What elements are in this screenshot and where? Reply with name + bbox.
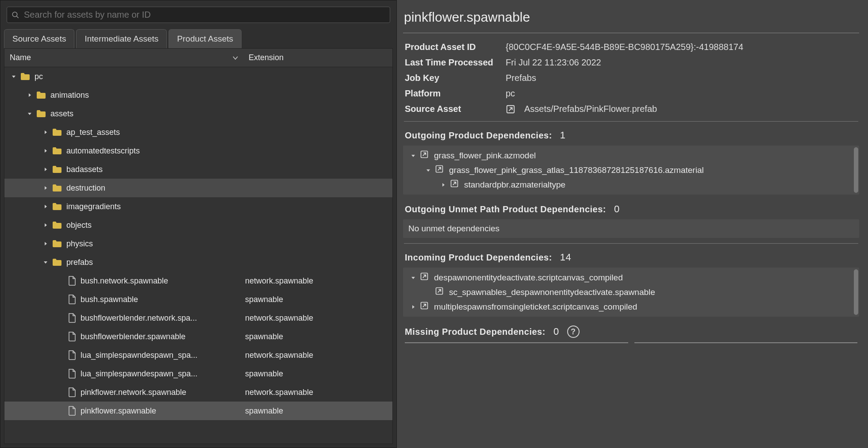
- tree-folder-row[interactable]: objects: [4, 216, 392, 234]
- tree-folder-row[interactable]: physics: [4, 234, 392, 253]
- tree-item-label: pinkflower.spawnable: [81, 406, 156, 416]
- tree-item-label: bushflowerblender.spawnable: [81, 332, 185, 341]
- dependency-label: despawnonentitydeactivate.scriptcanvas_c…: [434, 273, 623, 283]
- source-asset-path[interactable]: Assets/Prefabs/PinkFlower.prefab: [524, 104, 657, 114]
- dependency-label: sc_spawnables_despawnonentitydeactivate.…: [449, 287, 655, 297]
- expand-arrow-icon[interactable]: [42, 128, 50, 136]
- external-link-icon[interactable]: [435, 165, 444, 176]
- expand-arrow-icon[interactable]: [10, 73, 18, 80]
- incoming-deps-list: despawnonentitydeactivate.scriptcanvas_c…: [403, 268, 859, 317]
- expand-arrow-icon[interactable]: [42, 147, 50, 155]
- search-input[interactable]: [24, 10, 385, 20]
- expand-arrow-icon[interactable]: [42, 203, 50, 211]
- expand-arrow-icon: [58, 295, 65, 303]
- tree-item-label: pc: [35, 72, 43, 81]
- tree-folder-row[interactable]: ap_test_assets: [4, 123, 392, 142]
- tree-file-row[interactable]: bushflowerblender.network.spa...network.…: [4, 309, 392, 327]
- tree-folder-row[interactable]: prefabs: [4, 253, 392, 272]
- section-count: 0: [614, 203, 620, 215]
- tree-file-row[interactable]: lua_simplespawndespawn_spa...network.spa…: [4, 346, 392, 364]
- help-icon[interactable]: ?: [567, 325, 580, 338]
- external-link-icon[interactable]: [420, 150, 429, 161]
- section-label: Missing Product Dependencies:: [405, 327, 545, 337]
- expand-arrow-icon: [58, 407, 65, 415]
- tree-item-label: prefabs: [66, 258, 93, 267]
- info-label: Job Key: [405, 73, 506, 83]
- tree-item-label: assets: [50, 109, 73, 119]
- asset-title: pinkflower.spawnable: [403, 7, 859, 33]
- expand-arrow-icon[interactable]: [424, 166, 432, 174]
- svg-point-0: [12, 12, 17, 17]
- tree-body: pcanimationsassetsap_test_assetsautomate…: [4, 67, 392, 420]
- expand-arrow-icon[interactable]: [42, 258, 50, 266]
- external-link-icon[interactable]: [506, 104, 515, 114]
- expand-arrow-icon: [58, 333, 65, 341]
- info-row-last-time: Last Time Processed Fri Jul 22 11:23:06 …: [403, 55, 859, 70]
- dependency-row[interactable]: multiplespawnsfromsingleticket.scriptcan…: [403, 299, 859, 314]
- file-icon: [68, 332, 76, 341]
- section-label: Outgoing Unmet Path Product Dependencies…: [405, 204, 606, 214]
- tree-file-row[interactable]: lua_simplespawndespawn_spa...spawnable: [4, 364, 392, 383]
- tree-file-row[interactable]: pinkflower.spawnablespawnable: [4, 402, 392, 420]
- expand-arrow-icon[interactable]: [26, 110, 34, 118]
- external-link-icon[interactable]: [450, 179, 459, 190]
- tree-file-row[interactable]: bushflowerblender.spawnablespawnable: [4, 327, 392, 346]
- tree-folder-row[interactable]: assets: [4, 104, 392, 123]
- tree-file-row[interactable]: bush.spawnablespawnable: [4, 290, 392, 309]
- expand-arrow-icon[interactable]: [42, 184, 50, 192]
- tab-intermediate-assets[interactable]: Intermediate Assets: [76, 29, 167, 48]
- dependency-row[interactable]: despawnonentitydeactivate.scriptcanvas_c…: [403, 270, 859, 285]
- expand-arrow-icon: [58, 370, 65, 378]
- expand-arrow-icon[interactable]: [409, 152, 417, 160]
- column-name[interactable]: Name: [4, 49, 243, 67]
- tree-item-label: imagegradients: [66, 202, 121, 211]
- file-icon: [68, 313, 76, 323]
- expand-arrow-icon[interactable]: [439, 181, 447, 189]
- tree-file-row[interactable]: bush.network.spawnablenetwork.spawnable: [4, 272, 392, 290]
- tree-folder-row[interactable]: pc: [4, 67, 392, 86]
- tree-file-row[interactable]: pinkflower.network.spawnablenetwork.spaw…: [4, 383, 392, 402]
- search-bar[interactable]: [7, 7, 390, 23]
- section-label: Outgoing Product Dependencies:: [405, 130, 552, 141]
- external-link-icon[interactable]: [420, 272, 429, 283]
- expand-arrow-icon[interactable]: [409, 274, 417, 282]
- file-icon: [68, 350, 76, 360]
- tree-folder-row[interactable]: animations: [4, 86, 392, 104]
- scrollbar[interactable]: [854, 147, 858, 193]
- expand-arrow-icon[interactable]: [409, 303, 417, 311]
- expand-arrow-icon: [58, 351, 65, 359]
- dependency-row[interactable]: sc_spawnables_despawnonentitydeactivate.…: [403, 285, 859, 299]
- dependency-label: standardpbr.azmaterialtype: [464, 180, 565, 190]
- expand-arrow-icon: [58, 277, 65, 285]
- tree-folder-row[interactable]: automatedtestscripts: [4, 142, 392, 160]
- expand-arrow-icon[interactable]: [26, 91, 34, 99]
- no-unmet-message: No unmet dependencies: [403, 219, 859, 238]
- info-value: Fri Jul 22 11:23:06 2022: [506, 57, 857, 68]
- tree-folder-row[interactable]: imagegradients: [4, 197, 392, 216]
- info-label: Product Asset ID: [405, 42, 506, 52]
- dependency-row[interactable]: standardpbr.azmaterialtype: [403, 177, 859, 192]
- folder-icon: [20, 73, 30, 80]
- asset-tabs: Source Assets Intermediate Assets Produc…: [2, 29, 395, 48]
- folder-icon: [52, 147, 62, 155]
- tree-item-label: badassets: [66, 165, 103, 174]
- tree-folder-row[interactable]: destruction: [4, 179, 392, 197]
- external-link-icon[interactable]: [435, 287, 444, 298]
- dependency-row[interactable]: grass_flower_pink.azmodel: [403, 148, 859, 163]
- folder-icon: [52, 165, 62, 173]
- column-name-label: Name: [10, 53, 31, 62]
- tab-source-assets[interactable]: Source Assets: [4, 29, 74, 48]
- scrollbar[interactable]: [854, 269, 858, 315]
- expand-arrow-icon[interactable]: [42, 165, 50, 173]
- expand-arrow-icon[interactable]: [42, 221, 50, 229]
- tree-item-extension: network.spawnable: [243, 351, 392, 360]
- tree-folder-row[interactable]: badassets: [4, 160, 392, 179]
- dependency-row[interactable]: grass_flower_pink_grass_atlas_1187836872…: [403, 163, 859, 177]
- tree-item-extension: network.spawnable: [243, 388, 392, 397]
- tree-header: Name Extension: [4, 49, 392, 67]
- expand-arrow-icon[interactable]: [42, 240, 50, 248]
- external-link-icon[interactable]: [420, 301, 429, 312]
- tab-product-assets[interactable]: Product Assets: [169, 29, 242, 48]
- folder-icon: [36, 91, 46, 99]
- column-extension[interactable]: Extension: [243, 49, 392, 67]
